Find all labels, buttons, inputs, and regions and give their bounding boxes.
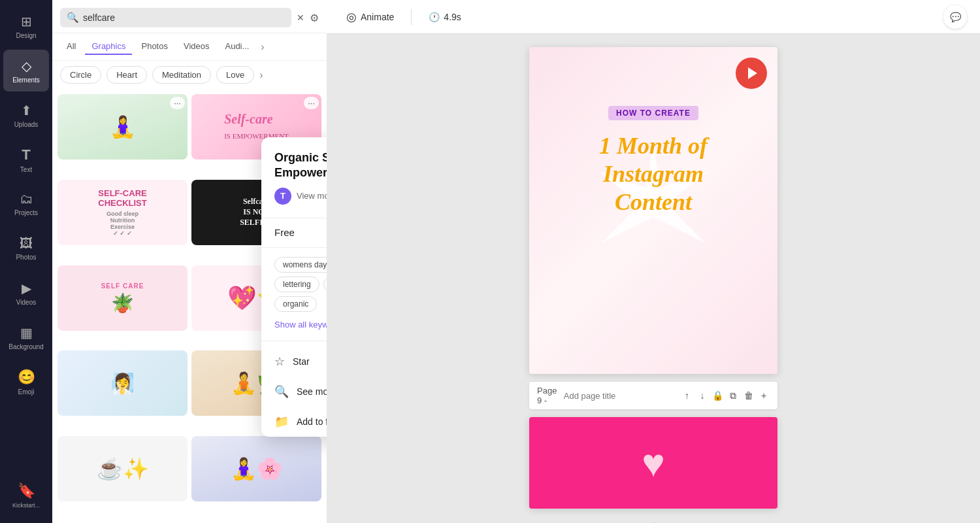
sidebar-item-emoji[interactable]: 😊 Emoji — [3, 361, 49, 403]
sidebar-item-uploads[interactable]: ⬆ Uploads — [3, 94, 49, 136]
keywords-row-3: organic — [274, 296, 327, 312]
star-icon: ☆ — [274, 354, 285, 369]
pill-love[interactable]: Love — [216, 66, 254, 84]
sidebar-item-text[interactable]: T Text — [3, 139, 49, 180]
card-face-mask: 🧖‍♀️ — [57, 350, 188, 416]
elements-panel: 🔍 ✕ ⚙ All Graphics Photos Videos Audi...… — [52, 0, 327, 523]
emoji-icon: 😊 — [18, 369, 35, 386]
share-button[interactable]: 💬 — [943, 5, 967, 29]
show-all-keywords-link[interactable]: Show all keywords — [274, 320, 327, 329]
page-add-button[interactable]: + — [758, 386, 770, 405]
search-icon: 🔍 — [67, 12, 79, 24]
sidebar-item-photos[interactable]: 🖼 Photos — [3, 228, 49, 269]
keywords-section: womens day activism lettering typography… — [261, 248, 327, 335]
grid-item-mug[interactable]: ☕✨ — [57, 436, 188, 518]
how-to-create-badge: HOW TO CREATE — [608, 106, 698, 120]
action-see-more[interactable]: 🔍 See more like this — [261, 377, 327, 407]
action-star[interactable]: ☆ Star — [261, 346, 327, 377]
heart-icon: ♥ — [642, 441, 665, 486]
price-row: Free ⓘ — [261, 218, 327, 248]
sidebar-item-kickstart[interactable]: 🔖 Kickstart... — [7, 479, 46, 513]
grid-item-blue-lady[interactable]: 🧘‍♀️🌸 — [191, 436, 321, 518]
time-display[interactable]: 🕐 4.9s — [422, 8, 467, 26]
background-icon: ▦ — [20, 325, 33, 341]
grid-item-1[interactable]: 🧘‍♀️ ··· — [57, 94, 188, 176]
folder-icon: 📁 — [274, 414, 289, 429]
grid-item-watering[interactable]: SELF CARE 🪴 — [57, 265, 188, 347]
elements-icon: ◇ — [22, 58, 31, 74]
pills-more-arrow[interactable]: › — [259, 69, 263, 81]
grid-item-skincare[interactable]: 🧖‍♀️ — [57, 350, 188, 432]
keyword-typography[interactable]: typography — [323, 277, 327, 292]
card-coffee-mug: ☕✨ — [57, 436, 188, 501]
sidebar-item-elements[interactable]: ◇ Elements — [3, 50, 49, 92]
page-label: Page 9 - — [537, 386, 557, 405]
card-green-lady: 🧘‍♀️ — [57, 94, 188, 160]
card-yoga-lady: 🧘‍♀️🌸 — [191, 436, 321, 501]
scroll-hint: ⌃ — [529, 516, 777, 523]
pill-meditation[interactable]: Meditation — [152, 66, 211, 84]
search-bar: 🔍 ✕ ⚙ — [52, 0, 327, 33]
author-row: T View more by Trendify — [274, 188, 327, 205]
keyword-womens-day[interactable]: womens day — [274, 257, 327, 273]
search-clear-icon[interactable]: ✕ — [297, 12, 304, 23]
main-area: ◎ Animate 🕐 4.9s 💬 HOW TO CREATE — [327, 0, 980, 523]
grid-item-checklist[interactable]: SELF-CARECHECKLIST Good sleepNutritionEx… — [57, 180, 188, 262]
page-lock-button[interactable]: 🔒 — [712, 386, 724, 405]
toolbar-separator — [411, 9, 412, 25]
more-options-icon[interactable]: ··· — [170, 97, 185, 109]
design-icon: ⊞ — [21, 14, 32, 29]
action-add-folder[interactable]: 📁 Add to folder — [261, 407, 327, 437]
sidebar-item-projects[interactable]: 🗂 Projects — [3, 183, 49, 225]
canvas-container: HOW TO CREATE 1 Month of Instagram Conte… — [327, 34, 980, 523]
animate-button[interactable]: ◎ Animate — [340, 6, 400, 28]
author-link[interactable]: View more by Trendify — [297, 191, 327, 201]
more-options-icon-2[interactable]: ··· — [304, 97, 319, 109]
pill-circle[interactable]: Circle — [60, 66, 101, 84]
pill-heart[interactable]: Heart — [106, 66, 147, 84]
keyword-lettering[interactable]: lettering — [274, 277, 319, 292]
price-label: Free — [274, 227, 295, 238]
tab-photos[interactable]: Photos — [135, 39, 174, 55]
suggestion-pills: Circle Heart Meditation Love › — [52, 61, 327, 89]
menu-divider-1 — [261, 341, 327, 341]
keywords-row-2: lettering typography — [274, 277, 327, 292]
canvas-wrapper: HOW TO CREATE 1 Month of Instagram Conte… — [529, 47, 777, 523]
canvas-page-9[interactable]: HOW TO CREATE 1 Month of Instagram Conte… — [529, 47, 777, 374]
tab-graphics[interactable]: Graphics — [85, 39, 132, 55]
videos-icon: ▶ — [22, 280, 31, 296]
play-button[interactable] — [736, 58, 767, 89]
tab-audio[interactable]: Audi... — [218, 39, 255, 55]
search-input[interactable] — [83, 12, 285, 23]
projects-icon: 🗂 — [20, 192, 33, 207]
uploads-icon: ⬆ — [21, 103, 32, 118]
search-wrapper[interactable]: 🔍 — [60, 8, 291, 27]
page-copy-button[interactable]: ⧉ — [727, 386, 739, 405]
context-menu-header: Organic Static Self-care Is Empowerment … — [261, 137, 327, 218]
card-watering-can: SELF CARE 🪴 — [57, 265, 188, 331]
search-filter-icon[interactable]: ⚙ — [310, 12, 319, 24]
page-down-button[interactable]: ↓ — [696, 386, 708, 405]
canvas-page-next[interactable]: ♥ — [529, 417, 777, 509]
card-selfcare-checklist: SELF-CARECHECKLIST Good sleepNutritionEx… — [57, 180, 188, 245]
page-title-input[interactable] — [564, 391, 674, 401]
search-more-icon: 🔍 — [274, 384, 289, 399]
tab-arrow-icon[interactable]: › — [261, 41, 264, 53]
top-toolbar: ◎ Animate 🕐 4.9s 💬 — [327, 0, 980, 34]
page-up-button[interactable]: ↑ — [681, 386, 693, 405]
keyword-organic[interactable]: organic — [274, 296, 317, 312]
tab-all[interactable]: All — [60, 39, 82, 55]
play-triangle-icon — [748, 67, 757, 79]
sidebar-item-videos[interactable]: ▶ Videos — [3, 272, 49, 314]
page-controls: Page 9 - ↑ ↓ 🔒 ⧉ 🗑 + — [529, 382, 777, 409]
page-delete-button[interactable]: 🗑 — [743, 386, 755, 405]
canvas-title: 1 Month of Instagram Content — [555, 132, 751, 217]
scroll-down-icon: ⌃ — [649, 520, 658, 523]
animate-icon: ◎ — [346, 10, 357, 24]
author-avatar: T — [274, 188, 291, 205]
sidebar-item-background[interactable]: ▦ Background — [3, 316, 49, 358]
keywords-row: womens day activism — [274, 257, 327, 273]
tab-videos[interactable]: Videos — [177, 39, 216, 55]
clock-icon: 🕐 — [429, 12, 440, 22]
sidebar-item-design[interactable]: ⊞ Design — [3, 5, 49, 47]
